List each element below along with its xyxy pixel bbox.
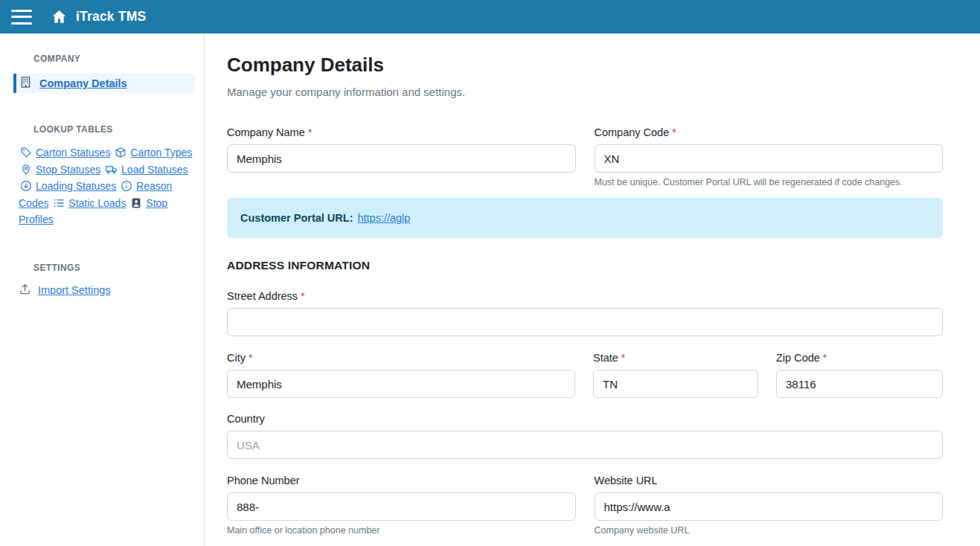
person-badge-icon	[130, 197, 142, 209]
required-marker: *	[621, 352, 626, 364]
website-url-helper: Company website URL	[595, 525, 944, 536]
home-icon[interactable]	[51, 9, 67, 25]
state-input[interactable]	[593, 370, 758, 398]
city-group: City*	[227, 352, 575, 398]
portal-url-alert: Customer Portal URL: https://aglp	[227, 198, 943, 238]
phone-number-label: Phone Number	[227, 475, 576, 486]
zip-code-group: Zip Code*	[776, 352, 943, 398]
main-content: Company Details Manage your company info…	[205, 33, 980, 546]
company-name-label: Company Name*	[227, 126, 576, 138]
sidebar: COMPANY Company Details LOOKUP TABLES Ca…	[0, 33, 205, 546]
lookup-links: Carton Statuses Carton Types Stop Status…	[19, 144, 195, 228]
arrow-down-circle-icon	[20, 180, 32, 192]
street-address-label: Street Address*	[227, 290, 943, 302]
phone-number-input[interactable]	[227, 492, 576, 521]
sidebar-item-company-details[interactable]: Company Details	[13, 74, 195, 93]
page-subtitle: Manage your company information and sett…	[227, 86, 943, 98]
sidebar-link-company-details[interactable]: Company Details	[39, 77, 127, 89]
city-label: City*	[227, 352, 575, 364]
sidebar-section-lookup-tables: LOOKUP TABLES	[33, 124, 195, 135]
menu-icon[interactable]	[11, 10, 33, 25]
country-label: Country	[227, 413, 943, 425]
sidebar-link-carton-statuses[interactable]: Carton Statuses	[19, 147, 110, 158]
phone-number-group: Phone Number Main office or location pho…	[227, 475, 576, 536]
app-title: iTrack TMS	[76, 9, 146, 25]
sidebar-link-loading-statuses[interactable]: Loading Statuses	[19, 180, 116, 192]
company-name-group: Company Name*	[227, 126, 576, 187]
sidebar-link-load-statuses[interactable]: Load Statuses	[103, 164, 188, 176]
sidebar-link-carton-types[interactable]: Carton Types	[113, 147, 192, 158]
city-input[interactable]	[227, 370, 575, 398]
company-code-group: Company Code* Must be unique. Customer P…	[595, 126, 944, 187]
website-url-label: Website URL	[595, 475, 944, 486]
required-marker: *	[249, 352, 253, 364]
portal-url-link[interactable]: https://aglp	[357, 212, 410, 224]
sidebar-link-stop-statuses[interactable]: Stop Statuses	[19, 164, 100, 176]
sidebar-link-static-loads[interactable]: Static Loads	[51, 197, 126, 209]
info-circle-icon	[121, 180, 132, 192]
company-code-helper: Must be unique. Customer Portal URL will…	[595, 177, 944, 187]
country-group: Country	[227, 413, 943, 459]
phone-number-helper: Main office or location phone number	[227, 525, 576, 536]
box-icon	[115, 147, 126, 158]
top-navbar: iTrack TMS	[0, 0, 980, 33]
sidebar-item-import-settings[interactable]: Import Settings	[19, 283, 195, 298]
sidebar-link-import-settings[interactable]: Import Settings	[38, 284, 111, 296]
page-title: Company Details	[227, 54, 943, 77]
state-group: State*	[593, 352, 758, 398]
truck-icon	[105, 164, 118, 176]
required-marker: *	[308, 126, 313, 138]
upload-icon	[19, 283, 31, 298]
zip-code-input[interactable]	[776, 370, 943, 398]
required-marker: *	[672, 126, 676, 138]
required-marker: *	[301, 290, 305, 302]
street-address-input[interactable]	[227, 308, 943, 336]
address-section-title: ADDRESS INFORMATION	[227, 259, 943, 272]
company-code-label: Company Code*	[595, 126, 944, 138]
tag-icon	[20, 147, 32, 158]
sidebar-section-company: COMPANY	[33, 54, 195, 64]
company-code-input[interactable]	[595, 144, 944, 173]
sidebar-section-settings: SETTINGS	[33, 263, 195, 273]
list-icon	[53, 197, 65, 209]
street-address-group: Street Address*	[227, 290, 943, 336]
zip-code-label: Zip Code*	[776, 352, 943, 364]
portal-url-label: Customer Portal URL:	[240, 212, 353, 224]
country-input[interactable]	[227, 431, 943, 459]
state-label: State*	[593, 352, 758, 364]
website-url-input[interactable]	[595, 492, 944, 521]
map-pin-icon	[20, 164, 32, 176]
company-name-input[interactable]	[227, 144, 576, 173]
building-icon	[19, 76, 32, 91]
required-marker: *	[823, 352, 827, 364]
website-url-group: Website URL Company website URL	[595, 475, 944, 536]
